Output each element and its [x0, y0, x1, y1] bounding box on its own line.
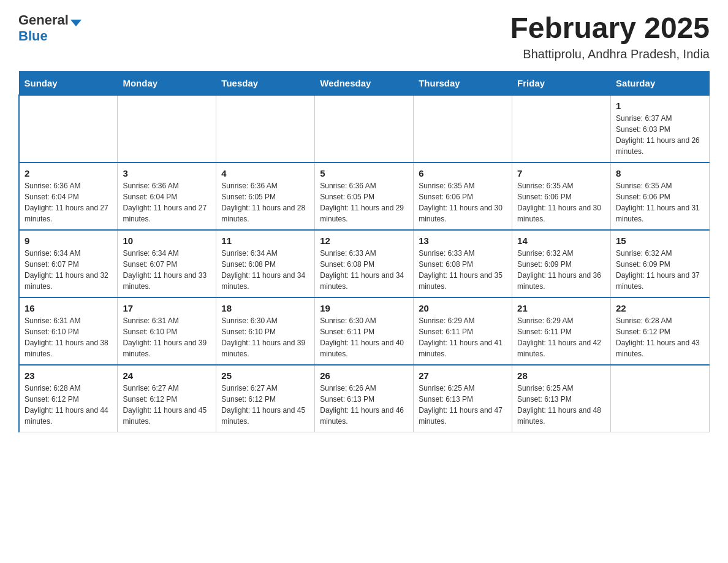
calendar-cell: 21Sunrise: 6:29 AM Sunset: 6:11 PM Dayli…	[512, 297, 611, 365]
day-info: Sunrise: 6:27 AM Sunset: 6:12 PM Dayligh…	[221, 383, 309, 427]
calendar-cell: 17Sunrise: 6:31 AM Sunset: 6:10 PM Dayli…	[118, 297, 216, 365]
calendar-cell: 3Sunrise: 6:36 AM Sunset: 6:04 PM Daylig…	[118, 163, 216, 230]
day-info: Sunrise: 6:30 AM Sunset: 6:11 PM Dayligh…	[320, 315, 408, 359]
calendar-cell	[315, 95, 414, 163]
location-subtitle: Bhattiprolu, Andhra Pradesh, India	[510, 47, 710, 61]
day-info: Sunrise: 6:32 AM Sunset: 6:09 PM Dayligh…	[616, 248, 704, 292]
calendar-cell: 14Sunrise: 6:32 AM Sunset: 6:09 PM Dayli…	[512, 230, 611, 297]
day-info: Sunrise: 6:36 AM Sunset: 6:05 PM Dayligh…	[320, 180, 408, 224]
calendar-cell: 12Sunrise: 6:33 AM Sunset: 6:08 PM Dayli…	[315, 230, 414, 297]
day-number: 10	[123, 236, 211, 246]
day-info: Sunrise: 6:36 AM Sunset: 6:04 PM Dayligh…	[123, 180, 211, 224]
day-info: Sunrise: 6:25 AM Sunset: 6:13 PM Dayligh…	[419, 383, 507, 427]
calendar-cell: 13Sunrise: 6:33 AM Sunset: 6:08 PM Dayli…	[414, 230, 512, 297]
day-number: 11	[221, 236, 309, 246]
day-number: 17	[123, 303, 211, 313]
day-info: Sunrise: 6:36 AM Sunset: 6:04 PM Dayligh…	[25, 180, 112, 224]
calendar-cell: 6Sunrise: 6:35 AM Sunset: 6:06 PM Daylig…	[414, 163, 512, 230]
day-number: 27	[419, 370, 507, 381]
day-number: 4	[221, 168, 309, 178]
day-info: Sunrise: 6:33 AM Sunset: 6:08 PM Dayligh…	[320, 248, 408, 292]
day-number: 2	[25, 168, 112, 178]
day-number: 5	[320, 168, 408, 178]
day-info: Sunrise: 6:34 AM Sunset: 6:08 PM Dayligh…	[221, 248, 309, 292]
column-header-monday: Monday	[118, 71, 216, 95]
day-info: Sunrise: 6:35 AM Sunset: 6:06 PM Dayligh…	[616, 180, 704, 224]
day-number: 12	[320, 236, 408, 246]
calendar-cell: 28Sunrise: 6:25 AM Sunset: 6:13 PM Dayli…	[512, 365, 611, 432]
calendar-cell	[19, 95, 118, 163]
day-number: 13	[419, 236, 507, 246]
day-number: 18	[221, 303, 309, 313]
logo-blue-text: Blue	[18, 28, 48, 44]
day-info: Sunrise: 6:26 AM Sunset: 6:13 PM Dayligh…	[320, 383, 408, 427]
day-info: Sunrise: 6:27 AM Sunset: 6:12 PM Dayligh…	[123, 383, 211, 427]
calendar-cell: 18Sunrise: 6:30 AM Sunset: 6:10 PM Dayli…	[216, 297, 315, 365]
calendar-cell	[216, 95, 315, 163]
calendar-cell	[512, 95, 611, 163]
day-info: Sunrise: 6:28 AM Sunset: 6:12 PM Dayligh…	[616, 315, 704, 359]
day-info: Sunrise: 6:31 AM Sunset: 6:10 PM Dayligh…	[25, 315, 112, 359]
calendar-cell: 23Sunrise: 6:28 AM Sunset: 6:12 PM Dayli…	[19, 365, 118, 432]
day-info: Sunrise: 6:36 AM Sunset: 6:05 PM Dayligh…	[221, 180, 309, 224]
calendar-cell: 20Sunrise: 6:29 AM Sunset: 6:11 PM Dayli…	[414, 297, 512, 365]
day-number: 9	[25, 236, 112, 246]
day-number: 22	[616, 303, 704, 313]
calendar-cell	[611, 365, 710, 432]
day-number: 23	[25, 370, 112, 381]
day-info: Sunrise: 6:34 AM Sunset: 6:07 PM Dayligh…	[25, 248, 112, 292]
day-number: 15	[616, 236, 704, 246]
day-number: 1	[616, 101, 704, 111]
calendar-cell	[118, 95, 216, 163]
day-number: 25	[221, 370, 309, 381]
month-title: February 2025	[510, 12, 710, 45]
title-block: February 2025 Bhattiprolu, Andhra Prades…	[510, 12, 710, 61]
calendar-cell: 5Sunrise: 6:36 AM Sunset: 6:05 PM Daylig…	[315, 163, 414, 230]
day-info: Sunrise: 6:29 AM Sunset: 6:11 PM Dayligh…	[419, 315, 507, 359]
calendar-cell: 1Sunrise: 6:37 AM Sunset: 6:03 PM Daylig…	[611, 95, 710, 163]
calendar-cell: 2Sunrise: 6:36 AM Sunset: 6:04 PM Daylig…	[19, 163, 118, 230]
day-number: 21	[517, 303, 605, 313]
calendar-body: 1Sunrise: 6:37 AM Sunset: 6:03 PM Daylig…	[19, 95, 710, 432]
day-info: Sunrise: 6:35 AM Sunset: 6:06 PM Dayligh…	[517, 180, 605, 224]
logo-general-text: General	[18, 12, 69, 28]
day-info: Sunrise: 6:33 AM Sunset: 6:08 PM Dayligh…	[419, 248, 507, 292]
day-info: Sunrise: 6:25 AM Sunset: 6:13 PM Dayligh…	[517, 383, 605, 427]
day-info: Sunrise: 6:28 AM Sunset: 6:12 PM Dayligh…	[25, 383, 112, 427]
calendar-table: SundayMondayTuesdayWednesdayThursdayFrid…	[18, 71, 710, 433]
calendar-cell: 15Sunrise: 6:32 AM Sunset: 6:09 PM Dayli…	[611, 230, 710, 297]
calendar-week-row: 1Sunrise: 6:37 AM Sunset: 6:03 PM Daylig…	[19, 95, 710, 163]
day-info: Sunrise: 6:32 AM Sunset: 6:09 PM Dayligh…	[517, 248, 605, 292]
calendar-week-row: 16Sunrise: 6:31 AM Sunset: 6:10 PM Dayli…	[19, 297, 710, 365]
calendar-cell	[414, 95, 512, 163]
day-number: 28	[517, 370, 605, 381]
day-number: 7	[517, 168, 605, 178]
logo-arrow-icon	[70, 20, 82, 26]
calendar-cell: 9Sunrise: 6:34 AM Sunset: 6:07 PM Daylig…	[19, 230, 118, 297]
day-info: Sunrise: 6:29 AM Sunset: 6:11 PM Dayligh…	[517, 315, 605, 359]
calendar-cell: 11Sunrise: 6:34 AM Sunset: 6:08 PM Dayli…	[216, 230, 315, 297]
day-number: 14	[517, 236, 605, 246]
calendar-cell: 19Sunrise: 6:30 AM Sunset: 6:11 PM Dayli…	[315, 297, 414, 365]
calendar-cell: 22Sunrise: 6:28 AM Sunset: 6:12 PM Dayli…	[611, 297, 710, 365]
calendar-cell: 25Sunrise: 6:27 AM Sunset: 6:12 PM Dayli…	[216, 365, 315, 432]
page-header: General Blue February 2025 Bhattiprolu, …	[18, 12, 710, 61]
day-number: 3	[123, 168, 211, 178]
column-header-sunday: Sunday	[19, 71, 118, 95]
day-info: Sunrise: 6:35 AM Sunset: 6:06 PM Dayligh…	[419, 180, 507, 224]
day-number: 20	[419, 303, 507, 313]
calendar-cell: 16Sunrise: 6:31 AM Sunset: 6:10 PM Dayli…	[19, 297, 118, 365]
calendar-week-row: 23Sunrise: 6:28 AM Sunset: 6:12 PM Dayli…	[19, 365, 710, 432]
calendar-cell: 24Sunrise: 6:27 AM Sunset: 6:12 PM Dayli…	[118, 365, 216, 432]
column-header-friday: Friday	[512, 71, 611, 95]
calendar-cell: 10Sunrise: 6:34 AM Sunset: 6:07 PM Dayli…	[118, 230, 216, 297]
day-info: Sunrise: 6:30 AM Sunset: 6:10 PM Dayligh…	[221, 315, 309, 359]
day-number: 8	[616, 168, 704, 178]
day-info: Sunrise: 6:31 AM Sunset: 6:10 PM Dayligh…	[123, 315, 211, 359]
day-number: 24	[123, 370, 211, 381]
day-info: Sunrise: 6:37 AM Sunset: 6:03 PM Dayligh…	[616, 113, 704, 157]
day-info: Sunrise: 6:34 AM Sunset: 6:07 PM Dayligh…	[123, 248, 211, 292]
calendar-cell: 8Sunrise: 6:35 AM Sunset: 6:06 PM Daylig…	[611, 163, 710, 230]
column-header-wednesday: Wednesday	[315, 71, 414, 95]
calendar-week-row: 9Sunrise: 6:34 AM Sunset: 6:07 PM Daylig…	[19, 230, 710, 297]
